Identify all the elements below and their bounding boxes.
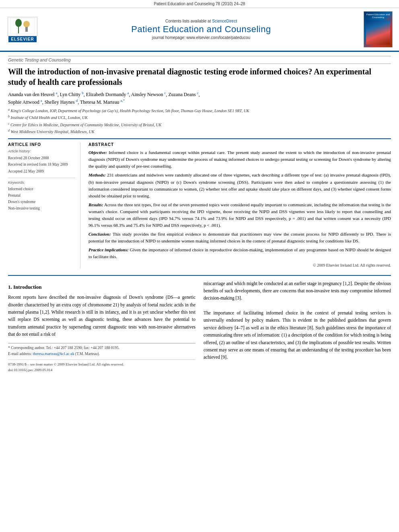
conclusion-text: This study provides the first empirical … bbox=[88, 232, 391, 243]
article-dates: Received 28 October 2008 Received in rev… bbox=[8, 155, 75, 174]
methods-text: 231 obstetricians and midwives were rand… bbox=[88, 173, 391, 198]
svg-rect-0 bbox=[10, 18, 35, 34]
corresponding-author-note: * Corresponding author. Tel.: +44 207 18… bbox=[8, 345, 195, 351]
keyword-4: Non-invasive testing bbox=[8, 205, 75, 212]
authors: Ananda van den Heuvel a, Lyn Chitty b, E… bbox=[8, 90, 391, 106]
svg-point-3 bbox=[23, 21, 30, 27]
main-content: Genetic Testing and Counseling Will the … bbox=[0, 56, 399, 373]
svg-rect-4 bbox=[25, 27, 28, 32]
svg-point-2 bbox=[15, 19, 22, 27]
abstract-methods: Methods: 231 obstetricians and midwives … bbox=[88, 172, 391, 199]
email-note: E-mail address: theresa.marteau@kcl.ac.u… bbox=[8, 351, 195, 357]
section-1-title: 1. Introduction bbox=[8, 283, 195, 292]
abstract-practice: Practice implications: Given the importa… bbox=[88, 246, 391, 260]
section-label: Genetic Testing and Counseling bbox=[8, 56, 391, 64]
journal-title: Patient Education and Counseling bbox=[43, 24, 359, 35]
keyword-2: Prenatal bbox=[8, 192, 75, 199]
elsevier-logo: ELSEVIER bbox=[6, 17, 39, 42]
issn-text: 0738-3991/$ – see front matter © 2009 El… bbox=[8, 362, 195, 367]
results-label: Results: bbox=[88, 202, 103, 207]
keyword-3: Down's syndrome bbox=[8, 199, 75, 205]
footnotes: * Corresponding author. Tel.: +44 207 18… bbox=[8, 343, 195, 373]
article-history-label: Article history: bbox=[8, 149, 75, 153]
article-info-heading: ARTICLE INFO bbox=[8, 142, 75, 147]
journal-homepage: journal homepage: www.elsevier.com/locat… bbox=[43, 35, 359, 40]
affiliations: a King's College London, IOP, Department… bbox=[8, 107, 391, 135]
cover-graphic bbox=[366, 21, 390, 45]
journal-cover-image: Patient Education and Counseling bbox=[364, 11, 393, 47]
intro-right-text-2: The importance of facilitating informed … bbox=[204, 309, 391, 361]
sciencedirect-link: Contents lists available at ScienceDirec… bbox=[43, 19, 359, 23]
citation-text: Patient Education and Counseling 78 (201… bbox=[154, 2, 245, 6]
intro-left-text: Recent reports have described the non-in… bbox=[8, 294, 195, 338]
sciencedirect-anchor[interactable]: ScienceDirect bbox=[212, 19, 237, 23]
practice-text: Given the importance of informed choice … bbox=[88, 247, 391, 259]
conclusion-label: Conclusion: bbox=[88, 232, 111, 236]
doi-text: doi:10.1016/j.pec.2009.05.014 bbox=[8, 367, 195, 373]
body-two-col: 1. Introduction Recent reports have desc… bbox=[8, 280, 391, 373]
abstract-text: Objective: Informed choice is a fundamen… bbox=[88, 149, 391, 268]
elsevier-brand: ELSEVIER bbox=[8, 36, 36, 42]
body-section: 1. Introduction Recent reports have desc… bbox=[8, 275, 391, 373]
objective-text: Informed choice is a fundamental concept… bbox=[88, 150, 391, 168]
accepted-date: Accepted 22 May 2009 bbox=[8, 168, 75, 175]
keywords-label: Keywords: bbox=[8, 181, 75, 185]
results-text: Across the three test types, five out of… bbox=[88, 202, 391, 228]
received-date: Received 28 October 2008 bbox=[8, 155, 75, 161]
abstract-heading: ABSTRACT bbox=[88, 142, 391, 147]
received-revised-date: Received in revised form 18 May 2009 bbox=[8, 161, 75, 168]
practice-label: Practice implications: bbox=[88, 247, 129, 252]
keywords-list: Informed choice Prenatal Down's syndrome… bbox=[8, 186, 75, 212]
journal-citation-header: Patient Education and Counseling 78 (201… bbox=[0, 0, 399, 8]
journal-header: ELSEVIER Contents lists available at Sci… bbox=[0, 8, 399, 52]
intro-right-text: miscarriage and which might be conducted… bbox=[204, 280, 391, 302]
journal-center: Contents lists available at ScienceDirec… bbox=[43, 19, 359, 40]
abstract-results: Results: Across the three test types, fi… bbox=[88, 201, 391, 229]
article-info-abstract-section: ARTICLE INFO Article history: Received 2… bbox=[8, 138, 391, 268]
email-link[interactable]: theresa.marteau@kcl.ac.uk bbox=[33, 352, 75, 356]
abstract-copyright: © 2009 Elsevier Ireland Ltd. All rights … bbox=[88, 262, 391, 269]
footnote-bottom: 0738-3991/$ – see front matter © 2009 El… bbox=[8, 359, 195, 373]
info-divider bbox=[8, 178, 75, 178]
body-right-column: miscarriage and which might be conducted… bbox=[204, 280, 391, 373]
objective-label: Objective: bbox=[88, 150, 107, 155]
article-info-column: ARTICLE INFO Article history: Received 2… bbox=[8, 142, 80, 268]
elsevier-logo-graphic bbox=[8, 17, 37, 36]
abstract-objective: Objective: Informed choice is a fundamen… bbox=[88, 149, 391, 170]
article-title: Will the introduction of non-invasive pr… bbox=[8, 66, 391, 87]
keyword-1: Informed choice bbox=[8, 186, 75, 192]
abstract-column: ABSTRACT Objective: Informed choice is a… bbox=[88, 142, 391, 268]
abstract-conclusion: Conclusion: This study provides the firs… bbox=[88, 231, 391, 244]
body-left-column: 1. Introduction Recent reports have desc… bbox=[8, 280, 195, 373]
methods-label: Methods: bbox=[88, 173, 106, 177]
